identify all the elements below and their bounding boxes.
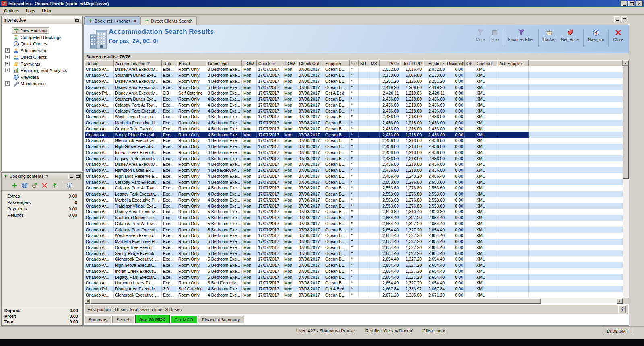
expand-plus-icon[interactable]: + [5, 48, 10, 53]
result-row[interactable]: Orlando Ar...Hampton Lakes Ex...Exe...Ro… [85, 167, 623, 173]
result-row[interactable]: Orlando Ar...Indian Creek Executi...Exe.… [85, 268, 623, 274]
column-header-check-in[interactable]: Check In [257, 60, 283, 66]
minimize-booking-panel-button[interactable] [68, 174, 74, 179]
result-row[interactable]: Orlando Ar...Marbella Executive H...Exe.… [85, 239, 623, 245]
filter-icon[interactable] [147, 62, 151, 66]
result-row[interactable]: Orlando Ar...Southern Dunes Exe...Exe...… [85, 96, 623, 102]
tab-direct-clients-search[interactable]: Direct Clients Search [140, 16, 196, 25]
column-header-contract[interactable]: Contract [475, 60, 497, 66]
vertical-scrollbar[interactable]: ▲ ▼ [623, 60, 628, 303]
restore-main-panel-button[interactable] [621, 16, 627, 22]
result-row[interactable]: Orlando Ar...Legacy Park Executiv...Exe.… [85, 155, 623, 161]
result-row[interactable]: Orlando Pri...Disney Area Executiv...3.0… [85, 286, 623, 292]
horizontal-scrollbar[interactable]: ◀ ▶ [85, 298, 623, 303]
result-row[interactable]: Orlando Ar...Southern Dunes Exe...Exe...… [85, 215, 623, 221]
column-header-er[interactable]: Er [350, 60, 359, 66]
sidebar-item-maintenance[interactable]: +Maintenance [2, 80, 82, 87]
column-header-dow[interactable]: DOW [283, 60, 297, 66]
sidebar-item-completed-bookings[interactable]: Completed Bookings [2, 34, 82, 41]
horizontal-scroll-thumb[interactable] [90, 298, 541, 304]
bottom-tab-financial-summary[interactable]: Financial Summary [198, 316, 244, 323]
result-row[interactable]: Orlando Ar...Disney Area Executiv...Exe.… [85, 78, 623, 84]
menu-item-options[interactable]: Options [1, 8, 23, 14]
column-header-act-supplier[interactable]: Act. Supplier [497, 60, 529, 66]
result-row[interactable]: Orlando Ar...Calabay Parc At Tow...Exe..… [85, 102, 623, 108]
result-row[interactable]: Orlando Ar...Calabay Parc At Tow...Exe..… [85, 185, 623, 191]
sidebar-item-quick-quotes[interactable]: Quick Quotes [2, 41, 82, 47]
result-row[interactable]: Orlando Ar...Highlands Reserve E...Exe..… [85, 173, 623, 179]
result-row[interactable]: Orlando Ar...Calabay Parc Executi...Exe.… [85, 227, 623, 233]
booking-item-passengers[interactable]: Passengers0 [2, 199, 82, 206]
close-window-button[interactable]: × [636, 1, 643, 6]
column-header-price[interactable]: Price [380, 60, 400, 66]
bottom-tab-acc-2a-mco[interactable]: Acc 2A MCO [135, 315, 170, 323]
booking-item-payments[interactable]: Payments0.00 [2, 206, 82, 212]
column-header-check-out[interactable]: Check Out [297, 60, 324, 66]
float-booking-panel-button[interactable] [75, 174, 80, 179]
info-button[interactable]: i [618, 305, 626, 313]
expand-plus-icon[interactable]: + [5, 62, 10, 66]
result-row[interactable]: Orlando Ar...Indian Creek Executi...Exe.… [85, 150, 623, 156]
bottom-tab-summary[interactable]: Summary [85, 316, 111, 323]
scroll-right-button[interactable]: ▶ [617, 298, 623, 304]
minimize-window-button[interactable] [621, 1, 627, 6]
result-row[interactable]: Orlando Ar...Disney Area Executiv...Exe.… [85, 84, 623, 90]
result-row[interactable]: Orlando Ar...Orange Tree Executi...Exe..… [85, 245, 623, 251]
result-row[interactable]: Orlando Ar...Marbella Executive Pl...Exe… [85, 197, 623, 203]
bottom-tab-car-mco[interactable]: Car MCO [171, 316, 197, 323]
menu-item-help[interactable]: Help [39, 8, 54, 14]
column-header-dow[interactable]: DOW [242, 60, 257, 66]
column-header-basket[interactable]: Basket▼ [423, 60, 446, 66]
info-button[interactable] [66, 182, 73, 189]
export-button[interactable] [52, 182, 58, 189]
column-header-supplier[interactable]: Supplier [324, 60, 350, 66]
facilities-filter-button[interactable]: Facilities Filter [506, 27, 537, 50]
bottom-tab-search[interactable]: Search [112, 316, 134, 323]
result-row[interactable]: Orlando Ar...Sandy Ridge Executi...Exe..… [85, 132, 623, 138]
scroll-up-button[interactable]: ▲ [623, 60, 629, 66]
column-header-nr[interactable]: NR [359, 60, 369, 66]
maximize-window-button[interactable] [628, 1, 635, 6]
result-row[interactable]: Orlando Ar...High Grove Executiv...Exe..… [85, 262, 623, 268]
result-row[interactable]: Orlando Ar...Disney Area Executiv...Exe.… [85, 209, 623, 215]
result-row[interactable]: Orlando Ar...High Grove Executiv...Exe..… [85, 144, 623, 150]
result-row[interactable]: Orlando Ar...West Haven Executi...Exe...… [85, 114, 623, 120]
result-row[interactable]: Orlando Pri...Disney Area Executiv...3.0… [85, 90, 623, 96]
add-button[interactable] [11, 182, 18, 189]
expand-plus-icon[interactable]: + [5, 68, 10, 72]
result-row[interactable]: Orlando Ar...Calabay Parc At Tow...Exe..… [85, 221, 623, 227]
result-row[interactable]: Orlando Ar...Calabay Parc Executi...Exe.… [85, 179, 623, 185]
column-header-rati[interactable]: Rati... [162, 60, 177, 66]
sidebar-item-direct-clients[interactable]: +Direct Clients [2, 54, 82, 61]
tab-book-ref-none[interactable]: Book. ref.: <none>× [84, 16, 140, 25]
result-row[interactable]: Orlando Ar...West Haven Executi...Exe...… [85, 233, 623, 239]
column-header-discount[interactable]: Discount [446, 60, 465, 66]
result-row[interactable]: Orlando Ar...Marbella Executive H...Exe.… [85, 120, 623, 126]
result-row[interactable]: Orlando Ar...Disney Area Executiv...Exe.… [85, 161, 623, 167]
booking-item-refunds[interactable]: Refunds0.00 [2, 212, 82, 218]
menu-item-logs[interactable]: Logs [23, 8, 39, 14]
result-row[interactable]: Orlando Ar...Calabay Parc Executi...Exe.… [85, 108, 623, 114]
result-row[interactable]: Orlando Ar...Glenbrook Executive ...Exe.… [85, 292, 623, 298]
scroll-left-button[interactable]: ◀ [85, 298, 90, 304]
column-header-accommodation[interactable]: Accommodation [114, 60, 162, 66]
result-row[interactable]: Orlando Ar...Glenbrook Executive ...Exe.… [85, 256, 623, 262]
booking-item-extras[interactable]: Extras0.00 [2, 193, 82, 199]
result-row[interactable]: Orlando Ar...Southern Dunes Exe...Exe...… [85, 72, 623, 78]
column-header-room-type[interactable]: Room type [206, 60, 242, 66]
result-row[interactable]: Orlando Ar...Disney Area Executiv...Exe.… [85, 66, 623, 72]
sidebar-item-administrator[interactable]: +Administrator [2, 47, 82, 54]
column-header-resort[interactable]: Resort [85, 60, 114, 66]
sidebar-item-reporting-and-analytics[interactable]: +Reporting and Analytics [2, 67, 82, 74]
close-button[interactable]: Close [610, 27, 626, 50]
basket-button[interactable]: Basket [540, 27, 558, 50]
sidebar-item-new-booking[interactable]: New Booking [2, 27, 82, 34]
collapse-panel-button[interactable] [74, 17, 80, 23]
result-row[interactable]: Orlando Ar...Orange Tree Executi...Exe..… [85, 126, 623, 132]
expand-plus-icon[interactable]: + [5, 81, 10, 86]
sidebar-item-viewdata[interactable]: Viewdata [2, 74, 82, 81]
column-header-of[interactable]: Of [465, 60, 475, 66]
result-row[interactable]: Orlando Ar...Glenbrook Executive ...Exe.… [85, 138, 623, 144]
nett-price-button[interactable]: Nett Price [558, 27, 582, 50]
expand-plus-icon[interactable]: + [5, 55, 10, 59]
